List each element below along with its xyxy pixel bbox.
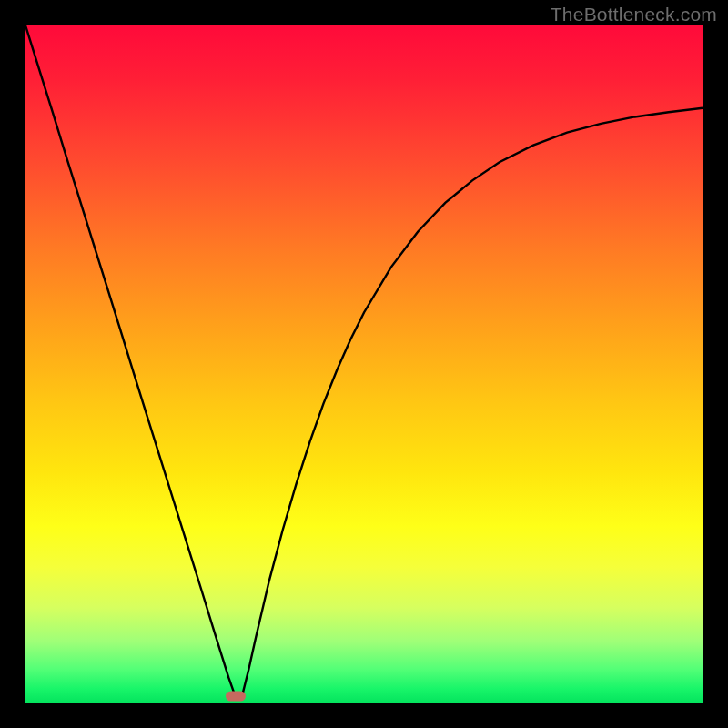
bottleneck-curve	[25, 25, 703, 703]
watermark-text: TheBottleneck.com	[551, 4, 717, 25]
optimal-marker	[226, 692, 246, 702]
chart-frame: TheBottleneck.com	[0, 0, 728, 728]
plot-area	[25, 25, 703, 703]
